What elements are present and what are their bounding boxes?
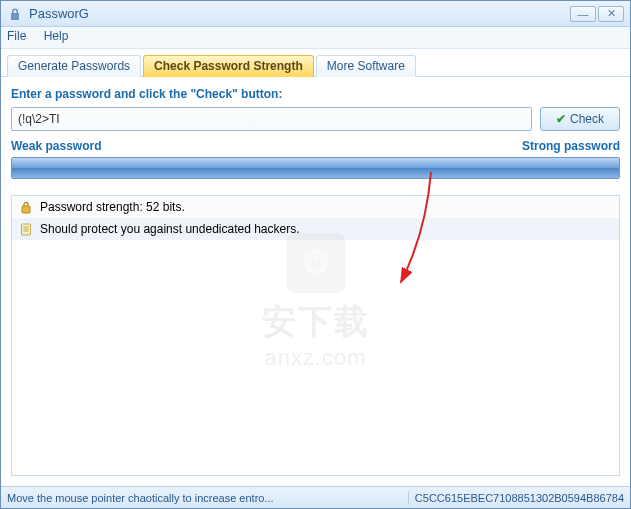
svg-rect-0 bbox=[22, 206, 30, 213]
menubar: File Help bbox=[1, 27, 630, 49]
status-hash: C5CC615EBEC7108851302B0594B86784 bbox=[415, 492, 624, 504]
status-divider bbox=[408, 491, 409, 505]
close-button[interactable]: ✕ bbox=[598, 6, 624, 22]
result-row: Password strength: 52 bits. bbox=[12, 196, 619, 218]
app-window: PassworG — ✕ File Help Generate Password… bbox=[0, 0, 631, 509]
check-icon: ✔ bbox=[556, 112, 566, 126]
lock-icon bbox=[18, 199, 34, 215]
titlebar: PassworG — ✕ bbox=[1, 1, 630, 27]
status-hint: Move the mouse pointer chaotically to in… bbox=[7, 492, 402, 504]
input-row: ✔ Check bbox=[11, 107, 620, 131]
minimize-button[interactable]: — bbox=[570, 6, 596, 22]
menu-file[interactable]: File bbox=[7, 29, 26, 43]
strength-meter-fill bbox=[12, 158, 619, 178]
password-input[interactable] bbox=[11, 107, 532, 131]
strong-label: Strong password bbox=[522, 139, 620, 153]
check-button-label: Check bbox=[570, 112, 604, 126]
window-buttons: — ✕ bbox=[570, 6, 624, 22]
tab-content: Enter a password and click the "Check" b… bbox=[1, 77, 630, 486]
note-icon bbox=[18, 221, 34, 237]
tab-check-strength[interactable]: Check Password Strength bbox=[143, 55, 314, 77]
result-strength-text: Password strength: 52 bits. bbox=[40, 200, 185, 214]
strength-meter bbox=[11, 157, 620, 179]
app-icon bbox=[7, 6, 23, 22]
statusbar: Move the mouse pointer chaotically to in… bbox=[1, 486, 630, 508]
tab-strip: Generate Passwords Check Password Streng… bbox=[1, 49, 630, 77]
result-row: Should protect you against undedicated h… bbox=[12, 218, 619, 240]
window-title: PassworG bbox=[29, 6, 570, 21]
results-panel: Password strength: 52 bits. Should prote… bbox=[11, 195, 620, 476]
strength-labels: Weak password Strong password bbox=[11, 139, 620, 153]
tab-more-software[interactable]: More Software bbox=[316, 55, 416, 77]
result-advice-text: Should protect you against undedicated h… bbox=[40, 222, 300, 236]
prompt-label: Enter a password and click the "Check" b… bbox=[11, 87, 620, 101]
weak-label: Weak password bbox=[11, 139, 101, 153]
tab-generate[interactable]: Generate Passwords bbox=[7, 55, 141, 77]
menu-help[interactable]: Help bbox=[44, 29, 69, 43]
check-button[interactable]: ✔ Check bbox=[540, 107, 620, 131]
